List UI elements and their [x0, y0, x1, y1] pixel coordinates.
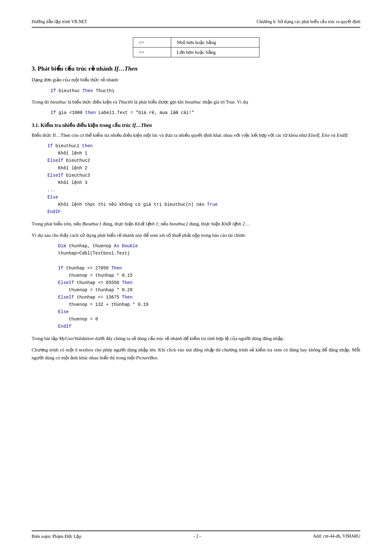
code-tax-block: Dim thunhap, thuenop As Double thunhap=C… — [47, 243, 360, 330]
header-right: Chương 6: Sử dụng các phát biểu cấu trúc… — [257, 19, 360, 24]
page-header: Hướng dẫn lập trình VB.NET Chương 6: Sử … — [32, 19, 360, 28]
code-elseif-block: If bieuthuc1 then Khối lệnh 1 ElseIf bie… — [47, 142, 360, 216]
section3-heading: 3. Phát biểu cấu trúc rẽ nhánh If…Then — [32, 65, 360, 72]
op-description: Lớn hơn hoặc bằng — [171, 47, 259, 57]
section31-para3: Ví dụ sau cho thấy cách sử dụng phát biể… — [32, 231, 360, 240]
section31-para2: Trong phát biểu trên, nếu Bieuthuc1 đúng… — [32, 220, 360, 228]
section31-para5: Chương trình có một ô textbox cho phép n… — [32, 346, 360, 362]
footer-center: - 2 - — [194, 534, 201, 539]
code-example-1: If gia <1000 then Label1.Text = "Giá rẻ,… — [51, 109, 360, 116]
table-row: >=Lớn hơn hoặc bằng — [133, 47, 259, 57]
section3-explanation: Trong đó bieuthuc là biểu thức điều kiện… — [32, 98, 360, 106]
footer-right: Add: cnt-44-dh, VIMARU — [313, 534, 360, 539]
section31-heading: 3.1. Kiểm tra nhiều điều kiện trong cấu … — [32, 122, 360, 128]
operators-table: <=Nhỏ hơn hoặc bằng>=Lớn hơn hoặc bằng — [133, 37, 259, 57]
footer-left: Biên soạn: Phạm Đức Lập — [32, 534, 81, 539]
header-left: Hướng dẫn lập trình VB.NET — [32, 19, 87, 24]
op-symbol: <= — [133, 38, 171, 47]
page: Hướng dẫn lập trình VB.NET Chương 6: Sử … — [0, 0, 392, 555]
section31-para4: Trong bài tập MyUserValidation dưới đây … — [32, 335, 360, 343]
section3-intro: Dạng đơn giản của một biểu thức rẽ nhánh… — [32, 76, 360, 84]
code-simple-if: If bieuthuc Then Thucthi — [51, 87, 360, 94]
table-row: <=Nhỏ hơn hoặc bằng — [133, 38, 259, 47]
page-footer: Biên soạn: Phạm Đức Lập - 2 - Add: cnt-4… — [32, 530, 360, 539]
op-symbol: >= — [133, 47, 171, 57]
section31-para1: Biểu thức If…Then còn có thể kiểm tra nh… — [32, 131, 360, 140]
op-description: Nhỏ hơn hoặc bằng — [171, 38, 259, 47]
